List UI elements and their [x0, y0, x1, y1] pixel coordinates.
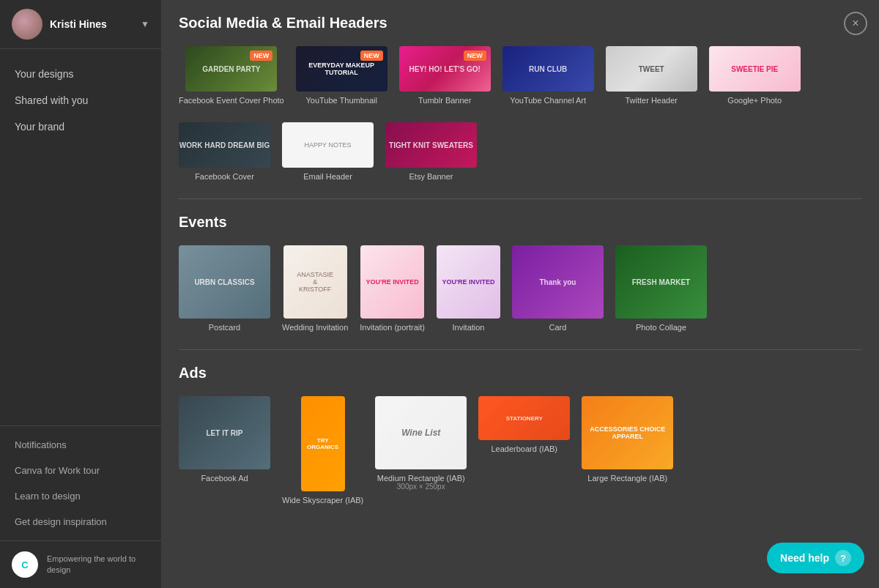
- template-youtube-channel-art[interactable]: RUN CLUB YouTube Channel Art: [502, 46, 594, 105]
- template-etsy-banner[interactable]: TIGHT KNIT SWEATERS Etsy Banner: [385, 122, 477, 181]
- template-invitation[interactable]: YOU'RE INVITED Invitation: [437, 245, 500, 332]
- template-email-header[interactable]: HAPPY NOTES Email Header: [282, 122, 374, 181]
- section-title-ads: Ads: [179, 365, 861, 382]
- sidebar-item-get-design-inspiration[interactable]: Get design inspiration: [0, 509, 161, 535]
- template-label-google-plus-photo: Google+ Photo: [727, 96, 782, 105]
- close-button[interactable]: ×: [844, 12, 867, 35]
- user-name: Kristi Hines: [50, 18, 141, 30]
- sidebar-item-your-designs[interactable]: Your designs: [0, 61, 161, 87]
- section-events: Events URBN CLASSICS Postcard ANASTASIE&…: [179, 214, 861, 332]
- sidebar-header: Kristi Hines ▼: [0, 0, 161, 49]
- section-title-events: Events: [179, 214, 861, 231]
- section-title-social-media: Social Media & Email Headers: [179, 15, 861, 31]
- template-large-rectangle[interactable]: ACCESSORIES CHOICE APPAREL Large Rectang…: [582, 396, 673, 505]
- section-ads: Ads LET IT RIP Facebook Ad TRY ORGANICS …: [179, 365, 861, 505]
- sidebar-bottom: Notifications Canva for Work tour Learn …: [0, 425, 161, 540]
- template-leaderboard[interactable]: STATIONERY Leaderboard (IAB): [478, 396, 570, 505]
- ads-grid: LET IT RIP Facebook Ad TRY ORGANICS Wide…: [179, 396, 861, 505]
- avatar: [12, 9, 42, 40]
- template-label-invitation-portrait: Invitation (portrait): [360, 323, 425, 332]
- template-facebook-ad[interactable]: LET IT RIP Facebook Ad: [179, 396, 270, 505]
- section-social-media: Social Media & Email Headers GARDEN PART…: [179, 15, 861, 181]
- template-label-tumblr-banner: Tumblr Banner: [418, 96, 471, 105]
- template-label-facebook-ad: Facebook Ad: [201, 474, 248, 483]
- template-twitter-header[interactable]: TWEET Twitter Header: [606, 46, 697, 105]
- template-label-email-header: Email Header: [303, 172, 352, 181]
- template-label-etsy-banner: Etsy Banner: [409, 172, 453, 181]
- template-label-photo-collage: Photo Collage: [636, 323, 686, 332]
- new-badge: NEW: [464, 51, 486, 61]
- new-badge: NEW: [360, 51, 383, 61]
- sidebar: Kristi Hines ▼ Your designs Shared with …: [0, 0, 161, 588]
- template-google-plus-photo[interactable]: SWEETIE PIE Google+ Photo: [709, 46, 801, 105]
- template-label-wide-skyscraper: Wide Skyscraper (IAB): [282, 496, 363, 505]
- help-icon: ?: [835, 550, 851, 566]
- social-media-grid: GARDEN PARTY NEW Facebook Event Cover Ph…: [179, 46, 861, 105]
- template-invitation-portrait[interactable]: YOU'RE INVITED Invitation (portrait): [360, 245, 425, 332]
- template-label-facebook-event-cover: Facebook Event Cover Photo: [179, 96, 284, 105]
- need-help-label: Need help: [780, 552, 829, 564]
- main-content: × Social Media & Email Headers GARDEN PA…: [161, 0, 879, 588]
- template-facebook-cover[interactable]: WORK HARD DREAM BIG Facebook Cover: [179, 122, 270, 181]
- template-label-facebook-cover: Facebook Cover: [195, 172, 254, 181]
- template-youtube-thumbnail[interactable]: EVERYDAY MAKEUP TUTORIAL NEW YouTube Thu…: [296, 46, 387, 105]
- template-label-youtube-thumbnail: YouTube Thumbnail: [305, 96, 377, 105]
- template-facebook-event-cover[interactable]: GARDEN PARTY NEW Facebook Event Cover Ph…: [179, 46, 284, 105]
- footer-tagline: Empowering the world to design: [47, 554, 149, 576]
- canva-logo: C: [12, 551, 38, 578]
- sidebar-footer: C Empowering the world to design: [0, 540, 161, 588]
- template-card[interactable]: Thank you Card: [512, 245, 604, 332]
- template-label-invitation: Invitation: [452, 323, 484, 332]
- template-medium-rectangle[interactable]: Wine List Medium Rectangle (IAB) 300px ×…: [375, 396, 467, 505]
- sidebar-item-learn-to-design[interactable]: Learn to design: [0, 483, 161, 509]
- sidebar-nav: Your designs Shared with you Your brand: [0, 49, 161, 425]
- template-sublabel-medium-rectangle: 300px × 250px: [397, 483, 445, 491]
- template-postcard[interactable]: URBN CLASSICS Postcard: [179, 245, 270, 332]
- template-label-card: Card: [549, 323, 567, 332]
- chevron-down-icon[interactable]: ▼: [141, 19, 149, 29]
- template-tumblr-banner[interactable]: HEY! HO! LET'S GO! NEW Tumblr Banner: [399, 46, 491, 105]
- sidebar-item-canva-work-tour[interactable]: Canva for Work tour: [0, 458, 161, 483]
- template-wide-skyscraper[interactable]: TRY ORGANICS Wide Skyscraper (IAB): [282, 396, 363, 505]
- sidebar-item-your-brand[interactable]: Your brand: [0, 113, 161, 140]
- template-photo-collage[interactable]: FRESH MARKET Photo Collage: [615, 245, 707, 332]
- social-media-grid-2: WORK HARD DREAM BIG Facebook Cover HAPPY…: [179, 122, 861, 181]
- template-wedding-invitation[interactable]: ANASTASIE&KRISTOFF Wedding Invitation: [282, 245, 348, 332]
- template-label-twitter-header: Twitter Header: [625, 96, 678, 105]
- need-help-button[interactable]: Need help ?: [767, 543, 864, 573]
- events-grid: URBN CLASSICS Postcard ANASTASIE&KRISTOF…: [179, 245, 861, 332]
- sidebar-item-shared-with-you[interactable]: Shared with you: [0, 87, 161, 113]
- template-label-youtube-channel-art: YouTube Channel Art: [510, 96, 586, 105]
- template-label-postcard: Postcard: [209, 323, 240, 332]
- template-label-medium-rectangle: Medium Rectangle (IAB): [377, 474, 465, 483]
- new-badge: NEW: [250, 51, 272, 61]
- template-label-wedding-invitation: Wedding Invitation: [282, 323, 348, 332]
- template-label-leaderboard: Leaderboard (IAB): [492, 444, 558, 453]
- template-label-large-rectangle: Large Rectangle (IAB): [587, 474, 667, 483]
- sidebar-item-notifications[interactable]: Notifications: [0, 432, 161, 458]
